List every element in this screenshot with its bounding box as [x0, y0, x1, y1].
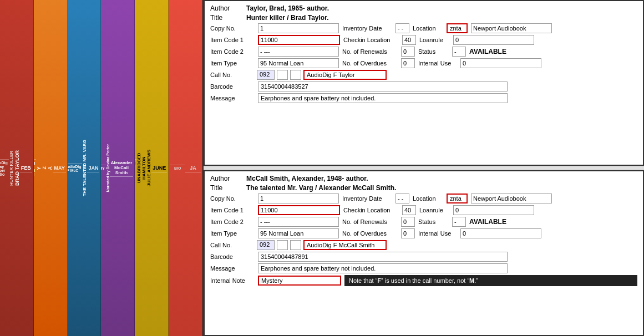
- no-overdues-input-2[interactable]: [401, 228, 415, 238]
- message-input-1[interactable]: [258, 93, 508, 103]
- record-1-author-row: Author Taylor, Brad, 1965- author.: [210, 4, 637, 12]
- record-2-row2: Item Code 1 Checkin Location Loanrule: [210, 205, 637, 215]
- record-2-callno-row: Call No. 092: [210, 240, 637, 250]
- title-value-1: Hunter killer / Brad Taylor.: [246, 14, 329, 22]
- record-1-callno-row: Call No. 092: [210, 70, 637, 80]
- status-dash-input-2[interactable]: [452, 217, 466, 227]
- callno-code-2: 092: [257, 240, 275, 250]
- loanrule-label-1: Loanrule: [419, 37, 450, 43]
- record-1-row1: Copy No. Inventory Date Location: [210, 23, 637, 33]
- checkin-location-input-1[interactable]: [402, 35, 416, 45]
- checkin-location-label-1: Checkin Location: [343, 37, 399, 43]
- note-box-2: Note that “F” is used in the call number…: [344, 275, 637, 286]
- spine-top-4: Alexander McCall Smith: [110, 159, 134, 177]
- item-type-label-2: Item Type: [210, 230, 255, 237]
- location-name-input-2[interactable]: [471, 194, 552, 203]
- inventory-date-input-1[interactable]: [395, 23, 409, 33]
- barcode-input-2[interactable]: [258, 252, 508, 262]
- no-renewals-label-1: No. of Renewals: [342, 48, 398, 55]
- copy-no-input-2[interactable]: [258, 194, 339, 203]
- callno-label-1: Call No.: [210, 72, 255, 78]
- status-available-2: AVAILABLE: [469, 218, 506, 226]
- loanrule-input-1[interactable]: [453, 35, 534, 45]
- spine-top-6: JA: [185, 164, 201, 172]
- callno-small2-2[interactable]: [290, 240, 301, 250]
- book-spine-4: Alexander McCall Smith Narrated by Davin…: [101, 0, 135, 336]
- loanrule-input-2[interactable]: [453, 205, 534, 215]
- inventory-date-label-1: Inventory Date: [342, 25, 392, 32]
- checkin-location-label-2: Checkin Location: [343, 207, 399, 213]
- spine-author-taylor: BRAD TAYLORHUNTER KILLER: [9, 148, 20, 188]
- message-label-2: Message: [210, 265, 255, 272]
- author-label-2: Author: [210, 175, 241, 182]
- callno-main-2[interactable]: [303, 240, 387, 250]
- book-spines-panel: FEB BRAD TAYLORHUNTER KILLER AudioDigF T…: [0, 0, 202, 336]
- status-label-1: Status: [418, 48, 449, 55]
- record-2: Author McCall Smith, Alexander, 1948- au…: [204, 170, 644, 336]
- item-type-input-2[interactable]: [258, 228, 339, 238]
- no-renewals-input-1[interactable]: [401, 47, 415, 57]
- record-2-row3: Item Code 2 No. of Renewals Status AVAIL…: [210, 217, 637, 227]
- callno-main-1[interactable]: [303, 70, 387, 80]
- record-2-row4: Item Type No. of Overdues Internal Use: [210, 228, 637, 238]
- copy-no-label-2: Copy No.: [210, 195, 255, 202]
- spine-top-feb: FEB: [20, 164, 32, 172]
- spine-author-4: Narrated by Davina Porter: [106, 142, 110, 194]
- book-spine-6: JA BIO: [169, 0, 202, 336]
- no-overdues-label-1: No. of Overdues: [342, 60, 398, 67]
- record-1-row2: Item Code 1 Checkin Location Loanrule: [210, 35, 637, 45]
- status-label-2: Status: [418, 218, 449, 225]
- item-code2-input-1[interactable]: [258, 47, 339, 57]
- book-spine-5: JUNE JULIE ANDREWSHAMILTONUNABRIDGED Aud…: [135, 0, 169, 336]
- author-label-1: Author: [210, 4, 241, 12]
- message-input-2[interactable]: [258, 263, 508, 273]
- spine-author-2: AZY: [36, 164, 53, 172]
- record-2-row1: Copy No. Inventory Date Location: [210, 194, 637, 203]
- checkin-location-input-2[interactable]: [402, 205, 416, 215]
- callno-small1-1[interactable]: [277, 70, 288, 80]
- internal-use-label-2: Internal Use: [418, 230, 457, 237]
- internal-use-label-1: Internal Use: [418, 60, 457, 67]
- no-renewals-input-2[interactable]: [401, 217, 415, 227]
- item-type-input-1[interactable]: [258, 58, 339, 68]
- item-code1-input-2[interactable]: [258, 205, 340, 215]
- status-dash-input-1[interactable]: [452, 47, 466, 57]
- location-code-input-2[interactable]: [447, 194, 468, 203]
- title-value-2: The talented Mr. Varg / Alexander McCall…: [246, 184, 396, 192]
- item-code2-input-2[interactable]: [258, 217, 339, 227]
- record-2-message-row: Message: [210, 263, 637, 273]
- location-code-input-1[interactable]: [447, 23, 468, 33]
- spine-bottom-6: BIO: [170, 165, 185, 171]
- message-label-1: Message: [210, 95, 255, 101]
- item-code1-label-1: Item Code 1: [210, 37, 255, 43]
- callno-small2-1[interactable]: [290, 70, 301, 80]
- callno-small1-2[interactable]: [277, 240, 288, 250]
- no-overdues-input-1[interactable]: [401, 58, 415, 68]
- internal-use-input-2[interactable]: [460, 228, 541, 238]
- barcode-input-1[interactable]: [258, 82, 508, 91]
- inventory-date-label-2: Inventory Date: [342, 195, 392, 202]
- record-1-message-row: Message: [210, 93, 637, 103]
- copy-no-input-1[interactable]: [258, 23, 339, 33]
- record-2-barcode-row: Barcode: [210, 252, 637, 262]
- record-1-title-row: Title Hunter killer / Brad Taylor.: [210, 14, 637, 22]
- internal-use-input-1[interactable]: [460, 58, 541, 68]
- internal-note-label-2: Internal Note: [210, 277, 255, 284]
- spine-top-jan: JAN: [87, 164, 99, 172]
- spine-top-may: MAY: [53, 164, 65, 172]
- record-2-internal-note-row: Internal Note Note that “F” is used in t…: [210, 275, 637, 286]
- spine-bottom-4: MYSTERY: [101, 165, 105, 171]
- internal-note-mystery-input[interactable]: [258, 276, 341, 286]
- title-label-1: Title: [210, 14, 241, 22]
- spine-top-june: JUNE: [151, 164, 167, 172]
- callno-code-1: 092: [257, 70, 275, 80]
- catalog-records-panel: Author Taylor, Brad, 1965- author. Title…: [202, 0, 644, 336]
- author-value-2: McCall Smith, Alexander, 1948- author.: [246, 175, 368, 182]
- location-name-input-1[interactable]: [471, 23, 552, 33]
- spine-bottom-3: AudioDigF McC: [68, 163, 83, 174]
- item-code1-input-1[interactable]: [258, 35, 340, 45]
- no-overdues-label-2: No. of Overdues: [342, 230, 398, 237]
- inventory-date-input-2[interactable]: [395, 194, 409, 203]
- author-value-1: Taylor, Brad, 1965- author.: [246, 4, 329, 12]
- book-spine-2: MAY AZY AudioDigF SouSCIENCE FICTION: [34, 0, 68, 336]
